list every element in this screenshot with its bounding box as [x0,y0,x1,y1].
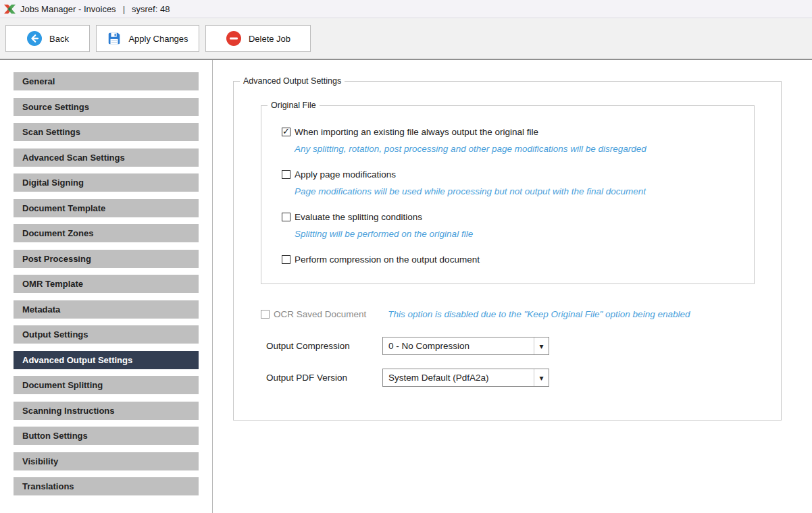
evaluate-splitting-label: Evaluate the splitting conditions [295,212,422,222]
sidebar-item-translations[interactable]: Translations [14,477,199,495]
app-logo-icon [3,3,16,15]
apply-changes-button-label: Apply Changes [128,34,188,44]
sidebar-item-scanning-instructions[interactable]: Scanning Instructions [14,402,199,420]
advanced-output-settings-group-title: Advanced Output Settings [240,76,345,87]
sidebar-item-output-settings[interactable]: Output Settings [14,325,199,344]
apply-changes-button[interactable]: Apply Changes [96,25,199,52]
chevron-down-icon[interactable] [534,369,549,386]
delete-minus-icon [226,30,242,47]
sidebar-item-post-processing[interactable]: Post Processing [14,250,199,268]
output-compression-label: Output Compression [266,341,382,351]
ocr-disabled-note: This option is disabled due to the "Keep… [388,309,690,319]
save-icon [107,31,122,46]
sidebar-item-document-zones[interactable]: Document Zones [14,224,199,242]
sidebar-item-document-splitting[interactable]: Document Splitting [14,376,199,394]
keep-original-file-checkbox[interactable] [282,128,290,136]
ocr-saved-document-label: OCR Saved Document [274,309,366,319]
option-apply-page-modifications: Apply page modifications [282,169,754,180]
sidebar-item-advanced-scan-settings[interactable]: Advanced Scan Settings [14,148,199,167]
back-arrow-icon [26,30,43,47]
sidebar-item-general[interactable]: General [14,72,199,90]
option-evaluate-splitting: Evaluate the splitting conditions [282,211,754,222]
evaluate-splitting-note: Splitting will be performed on the origi… [295,229,754,239]
output-pdf-version-select[interactable]: System Default (PdfA2a) [382,369,549,387]
sidebar-item-advanced-output-settings[interactable]: Advanced Output Settings [14,351,199,369]
delete-job-button-label: Delete Job [249,34,290,44]
ocr-saved-document-checkbox[interactable] [261,310,270,319]
ocr-saved-document-row: OCR Saved Document This option is disabl… [261,308,781,320]
output-compression-select[interactable]: 0 - No Compression [382,337,549,355]
output-compression-row: Output Compression 0 - No Compression [266,337,781,355]
keep-original-file-note: Any splitting, rotation, post processing… [295,144,754,154]
original-file-group: Original File When importing an existing… [261,105,755,284]
delete-job-button[interactable]: Delete Job [205,25,311,52]
output-compression-value: 0 - No Compression [383,341,534,351]
sidebar-item-document-template[interactable]: Document Template [14,199,199,217]
back-button[interactable]: Back [5,25,90,52]
output-pdf-version-row: Output PDF Version System Default (PdfA2… [266,369,781,387]
original-file-group-title: Original File [268,100,320,111]
title-bar: Jobs Manager - Invoices | sysref: 48 [0,0,812,18]
body-area: General Source Settings Scan Settings Ad… [0,60,812,513]
advanced-output-settings-group: Advanced Output Settings Original File W… [233,81,782,421]
option-keep-original-file: When importing an existing file always o… [282,126,754,137]
sidebar: General Source Settings Scan Settings Ad… [0,60,213,513]
evaluate-splitting-checkbox[interactable] [282,213,290,221]
chevron-down-icon[interactable] [534,338,549,354]
sidebar-item-scan-settings[interactable]: Scan Settings [14,123,199,141]
sidebar-item-visibility[interactable]: Visibility [14,452,199,470]
title-divider: | [123,4,125,14]
apply-page-modifications-checkbox[interactable] [282,170,290,179]
sidebar-item-button-settings[interactable]: Button Settings [14,427,199,445]
toolbar: Back Apply Changes Delete Job [0,18,812,60]
output-pdf-version-value: System Default (PdfA2a) [383,373,534,383]
window-title: Jobs Manager - Invoices [20,4,116,14]
apply-page-modifications-note: Page modifications will be used while pr… [295,186,754,196]
sidebar-item-omr-template[interactable]: OMR Template [14,275,199,293]
perform-compression-label: Perform compression on the output docume… [295,254,480,265]
apply-page-modifications-label: Apply page modifications [295,169,396,180]
keep-original-file-label: When importing an existing file always o… [295,127,538,137]
output-pdf-version-label: Output PDF Version [266,373,382,383]
sidebar-item-digital-signing[interactable]: Digital Signing [14,173,199,192]
option-perform-compression: Perform compression on the output docume… [282,254,754,265]
perform-compression-checkbox[interactable] [282,255,290,264]
back-button-label: Back [49,34,69,44]
sidebar-item-metadata[interactable]: Metadata [14,300,199,319]
main-content: Advanced Output Settings Original File W… [213,60,812,513]
sidebar-item-source-settings[interactable]: Source Settings [14,98,199,116]
sysref-label: sysref: 48 [132,4,170,14]
